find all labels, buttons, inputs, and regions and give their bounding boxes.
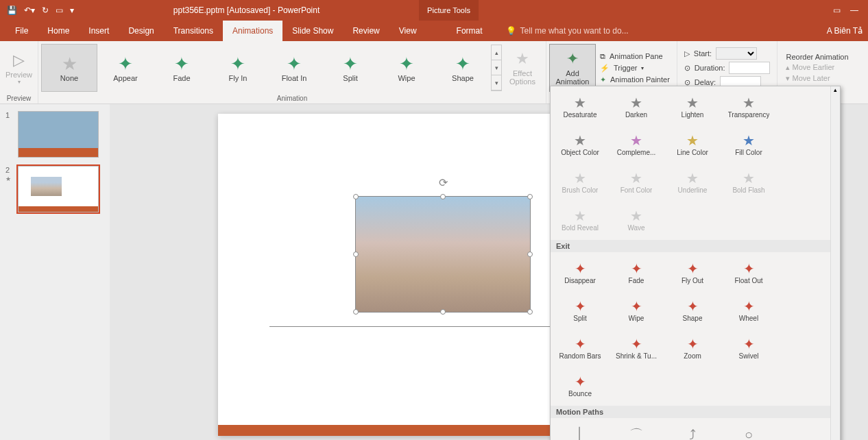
resize-handle-w[interactable] xyxy=(353,252,359,257)
start-select[interactable] xyxy=(716,47,757,60)
gallery-scroll-up-icon[interactable]: ▴ xyxy=(492,45,501,60)
tab-design[interactable]: Design xyxy=(119,21,163,41)
title-bar: 💾 ↶▾ ↻ ▭ ▾ ppt356E.pptm [Autosaved] - Po… xyxy=(0,0,868,21)
minimize-icon[interactable]: — xyxy=(850,5,858,15)
animation-wipe[interactable]: ✦Wipe xyxy=(378,44,435,92)
emphasis-object-color[interactable]: ★Object Color xyxy=(552,125,608,163)
exit-wheel[interactable]: ✦Wheel xyxy=(721,291,777,329)
account-name[interactable]: A Biên Tả xyxy=(827,21,868,41)
emphasis-font-color: ★Font Color xyxy=(608,163,664,201)
undo-icon[interactable]: ↶▾ xyxy=(24,5,35,15)
save-icon[interactable]: 💾 xyxy=(7,5,17,15)
section-exit: Exit xyxy=(551,240,840,252)
tab-review[interactable]: Review xyxy=(343,21,389,41)
animation-painter-label: Animation Painter xyxy=(610,75,670,84)
exit-shrink-tu-[interactable]: ✦Shrink & Tu... xyxy=(608,329,664,367)
ribbon-display-icon[interactable]: ▭ xyxy=(833,5,841,15)
ribbon-tabs: File Home Insert Design Transitions Anim… xyxy=(0,21,868,41)
motion-arcs[interactable]: ⌒Arcs xyxy=(608,419,664,440)
slide-preview-2 xyxy=(18,166,99,212)
duration-input[interactable] xyxy=(729,62,770,74)
animation-fly-in[interactable]: ✦Fly In xyxy=(210,44,266,92)
exit-swivel[interactable]: ✦Swivel xyxy=(721,329,777,367)
exit-fade[interactable]: ✦Fade xyxy=(608,254,664,291)
add-animation-label: Add Animation xyxy=(556,69,590,86)
resize-handle-sw[interactable] xyxy=(353,309,359,315)
slide-thumb-1[interactable]: 1 xyxy=(5,111,104,158)
add-animation-button[interactable]: ✦ Add Animation xyxy=(549,44,596,92)
animation-none[interactable]: ★None xyxy=(41,44,97,92)
animation-gallery: ★None✦Appear✦Fade✦Fly In✦Float In✦Split✦… xyxy=(41,44,491,92)
emphasis-effects-grid: ★Desaturate★Darken★Lighten★Transparency★… xyxy=(551,86,840,240)
group-animation: ★None✦Appear✦Fade✦Fly In✦Float In✦Split✦… xyxy=(38,41,546,103)
resize-handle-s[interactable] xyxy=(440,309,446,315)
animation-appear[interactable]: ✦Appear xyxy=(97,44,154,92)
emphasis-compleme-[interactable]: ★Compleme... xyxy=(608,125,664,163)
animation-indicator-icon: ★ xyxy=(5,175,11,182)
tab-insert[interactable]: Insert xyxy=(79,21,119,41)
animation-shape[interactable]: ✦Shape xyxy=(435,44,491,92)
redo-icon[interactable]: ↻ xyxy=(42,5,49,15)
resize-handle-n[interactable] xyxy=(440,194,446,199)
preview-button[interactable]: ▷ Preview ▾ xyxy=(3,44,35,92)
start-icon: ▷ xyxy=(684,49,690,58)
gallery-more-icon[interactable]: ▾ xyxy=(492,75,501,90)
animation-pane-icon: ⧉ xyxy=(600,52,605,61)
emphasis-lighten[interactable]: ★Lighten xyxy=(664,88,721,125)
start-from-beginning-icon[interactable]: ▭ xyxy=(56,5,63,15)
motion-lines[interactable]: │Lines xyxy=(552,419,608,440)
add-animation-icon: ✦ xyxy=(566,50,579,68)
tab-transitions[interactable]: Transitions xyxy=(164,21,223,41)
exit-bounce[interactable]: ✦Bounce xyxy=(552,367,608,404)
resize-handle-e[interactable] xyxy=(527,252,533,257)
emphasis-line-color[interactable]: ★Line Color xyxy=(664,125,721,163)
exit-zoom[interactable]: ✦Zoom xyxy=(664,329,721,367)
exit-shape[interactable]: ✦Shape xyxy=(664,291,721,329)
emphasis-desaturate[interactable]: ★Desaturate xyxy=(552,88,608,125)
resize-handle-ne[interactable] xyxy=(527,194,533,199)
emphasis-transparency[interactable]: ★Transparency xyxy=(721,88,777,125)
trigger-button[interactable]: ⚡Trigger▾ xyxy=(600,64,670,73)
tab-view[interactable]: View xyxy=(389,21,426,41)
rotate-handle-icon[interactable]: ⟳ xyxy=(439,176,448,189)
scroll-up-icon[interactable]: ▴ xyxy=(831,86,840,96)
exit-disappear[interactable]: ✦Disappear xyxy=(552,254,608,291)
animation-pane-label: Animation Pane xyxy=(610,52,663,60)
group-preview: ▷ Preview ▾ Preview xyxy=(0,41,38,103)
exit-wipe[interactable]: ✦Wipe xyxy=(608,291,664,329)
animation-pane-button[interactable]: ⧉Animation Pane xyxy=(600,52,670,61)
window-title: ppt356E.pptm [Autosaved] - PowerPoint xyxy=(74,5,419,15)
move-earlier-button[interactable]: ▴ Move Earlier xyxy=(786,63,848,72)
exit-float-out[interactable]: ✦Float Out xyxy=(721,254,777,291)
motion-turns[interactable]: ⤴Turns xyxy=(664,419,721,440)
move-later-label: Move Later xyxy=(793,74,830,82)
lightbulb-icon: 💡 xyxy=(506,26,516,36)
tab-file[interactable]: File xyxy=(5,21,38,41)
tell-me-search[interactable]: 💡 Tell me what you want to do... xyxy=(506,21,629,41)
motion-shapes[interactable]: ○Shapes xyxy=(721,419,777,440)
tab-format[interactable]: Format xyxy=(447,21,492,41)
emphasis-darken[interactable]: ★Darken xyxy=(608,88,664,125)
exit-fly-out[interactable]: ✦Fly Out xyxy=(664,254,721,291)
tab-animations[interactable]: Animations xyxy=(223,21,282,41)
resize-handle-nw[interactable] xyxy=(353,194,359,199)
resize-handle-se[interactable] xyxy=(527,309,533,315)
dropdown-scrollbar[interactable]: ▴ ▾ xyxy=(830,86,840,440)
slide-preview-1 xyxy=(18,111,99,158)
effect-options-button[interactable]: ★ Effect Options xyxy=(502,44,543,92)
tab-slideshow[interactable]: Slide Show xyxy=(282,21,343,41)
emphasis-fill-color[interactable]: ★Fill Color xyxy=(721,125,777,163)
slide-thumb-2[interactable]: 2★ xyxy=(5,166,104,212)
animation-painter-button[interactable]: ✦Animation Painter xyxy=(600,75,670,84)
selected-picture[interactable]: ⟳ xyxy=(355,196,531,313)
exit-split[interactable]: ✦Split xyxy=(552,291,608,329)
gallery-scroll-down-icon[interactable]: ▾ xyxy=(492,60,501,75)
section-motion-paths: Motion Paths xyxy=(551,406,840,418)
emphasis-brush-color: ★Brush Color xyxy=(552,163,608,201)
tab-home[interactable]: Home xyxy=(38,21,79,41)
move-later-button[interactable]: ▾ Move Later xyxy=(786,74,848,83)
exit-random-bars[interactable]: ✦Random Bars xyxy=(552,329,608,367)
animation-fade[interactable]: ✦Fade xyxy=(154,44,210,92)
animation-float-in[interactable]: ✦Float In xyxy=(266,44,322,92)
animation-split[interactable]: ✦Split xyxy=(322,44,378,92)
